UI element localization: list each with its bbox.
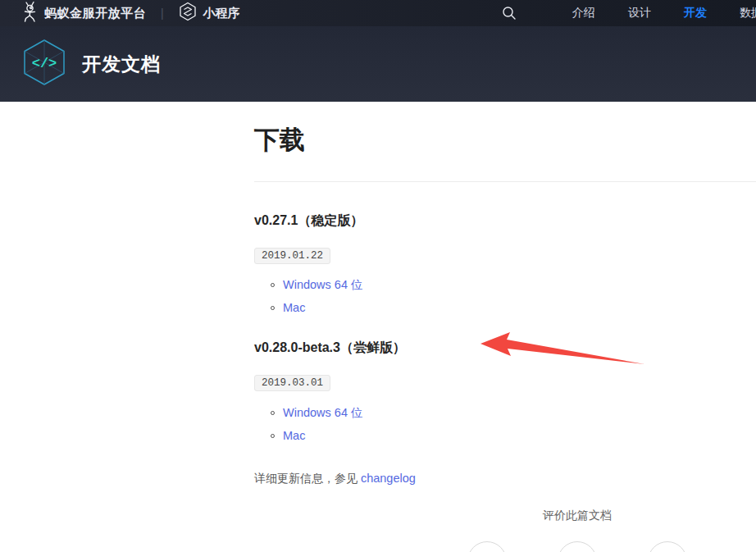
brand-divider: |	[161, 7, 164, 20]
release-date-badge: 2019.03.01	[254, 375, 330, 391]
top-navigation-bar: 蚂蚁金服开放平台 | 小程序 介绍 设计 开发 数据	[0, 0, 756, 26]
title-divider	[254, 181, 756, 182]
page-title: 下载	[254, 123, 305, 157]
topbar-right: 介绍 设计 开发 数据	[495, 0, 756, 26]
rating-face-bad[interactable]	[648, 541, 687, 552]
bullet-icon	[271, 283, 275, 287]
search-icon[interactable]	[495, 0, 523, 26]
dev-docs-cube-icon: </>	[21, 38, 67, 90]
rating-title: 评价此篇文档	[413, 509, 741, 523]
ant-logo-icon	[20, 1, 39, 25]
list-item: Mac	[271, 296, 363, 319]
changelog-link[interactable]: changelog	[361, 472, 416, 485]
nav-item-intro[interactable]: 介绍	[572, 6, 595, 21]
rating-face-neutral[interactable]	[558, 541, 597, 552]
nav-item-develop[interactable]: 开发	[684, 6, 707, 21]
bullet-icon	[271, 411, 275, 415]
download-list-beta: Windows 64 位 Mac	[271, 401, 363, 447]
bullet-icon	[271, 306, 275, 310]
mini-program-hexagon-icon	[179, 2, 197, 25]
download-list-stable: Windows 64 位 Mac	[271, 273, 363, 319]
doc-header: </> 开发文档	[0, 26, 756, 102]
rating-face-good[interactable]	[467, 541, 507, 552]
version-heading-beta: v0.28.0-beta.3（尝鲜版）	[254, 340, 406, 357]
changelog-note: 详细更新信息，参见 changelog	[254, 472, 416, 486]
version-heading-stable: v0.27.1（稳定版）	[254, 212, 363, 230]
download-link-mac[interactable]: Mac	[283, 301, 305, 314]
download-link-windows[interactable]: Windows 64 位	[283, 405, 363, 421]
list-item: Windows 64 位	[271, 401, 363, 424]
mini-program-link[interactable]: 小程序	[179, 2, 240, 25]
main-content: 下载 v0.27.1（稳定版） 2019.01.22 Windows 64 位 …	[0, 102, 756, 552]
download-link-windows[interactable]: Windows 64 位	[283, 277, 363, 293]
page: 蚂蚁金服开放平台 | 小程序 介绍 设计 开发 数据	[0, 0, 756, 552]
bullet-icon	[271, 434, 275, 438]
doc-header-title: 开发文档	[82, 52, 161, 77]
nav-item-data[interactable]: 数据	[740, 6, 756, 21]
brand-name: 蚂蚁金服开放平台	[44, 6, 146, 21]
top-nav-menu: 介绍 设计 开发 数据	[556, 6, 756, 21]
note-text: 详细更新信息，参见	[254, 472, 361, 485]
release-date-badge: 2019.01.22	[254, 248, 330, 264]
nav-item-design[interactable]: 设计	[628, 6, 651, 21]
list-item: Mac	[271, 424, 363, 447]
brand-home-link[interactable]: 蚂蚁金服开放平台	[20, 1, 146, 25]
rating-faces	[413, 541, 741, 552]
download-link-mac[interactable]: Mac	[283, 429, 305, 442]
list-item: Windows 64 位	[271, 273, 363, 296]
product-name: 小程序	[203, 6, 240, 21]
rating-section: 评价此篇文档	[413, 509, 741, 523]
svg-text:</>: </>	[32, 56, 57, 71]
